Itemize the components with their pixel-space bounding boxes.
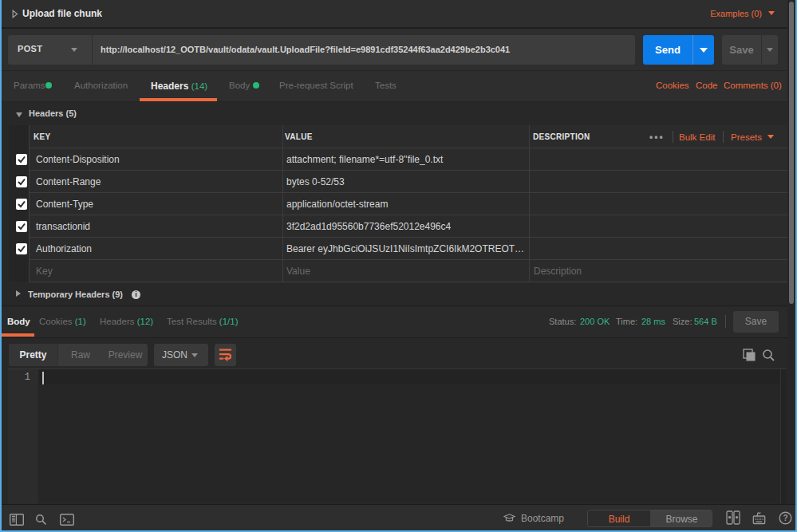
svg-text:?: ?: [783, 514, 787, 522]
